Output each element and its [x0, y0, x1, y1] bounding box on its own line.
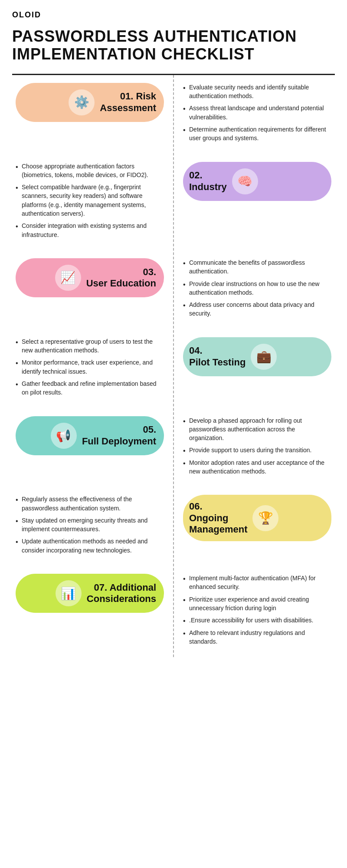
row-06: Regularly assess the effectiveness of th… [12, 487, 335, 566]
bullet-item: Monitor performance, track user experien… [16, 358, 164, 376]
bullet-item: Stay updated on emerging security threat… [16, 516, 164, 534]
bullet-item: Choose appropriate authentication factor… [16, 162, 164, 180]
row-01: ⚙️ 01. RiskAssessment Evaluate security … [12, 75, 335, 154]
bullet-item: Provide support to users during the tran… [183, 446, 331, 454]
row-02: Choose appropriate authentication factor… [12, 154, 335, 250]
section-01-box-cell: ⚙️ 01. RiskAssessment [12, 75, 174, 154]
section-04-box: 04.Pilot Testing 💼 [183, 337, 331, 376]
section-05-box: 📢 05.Full Deployment [16, 416, 164, 455]
bullet-item: Determine authentication requirements fo… [183, 125, 331, 143]
bullet-item: Develop a phased approach for rolling ou… [183, 416, 331, 443]
bullet-item: Adhere to relevant industry regulations … [183, 628, 331, 646]
section-01-box: ⚙️ 01. RiskAssessment [16, 83, 164, 122]
page-wrapper: OLOID PASSWORDLESS AUTHENTICATION IMPLEM… [0, 0, 347, 667]
section-07-icon: 📊 [56, 580, 82, 606]
section-02-label: 02.Industry [189, 170, 227, 193]
page-title: PASSWORDLESS AUTHENTICATION IMPLEMENTATI… [12, 27, 335, 63]
section-06-icon: 🏆 [252, 505, 278, 531]
section-05-bullets: Develop a phased approach for rolling ou… [183, 416, 331, 476]
section-04-bullets: Select a representative group of users t… [16, 337, 164, 397]
section-07-label: 07. AdditionalConsiderations [87, 582, 156, 605]
section-04-icon: 💼 [251, 344, 277, 370]
bullet-item: Assess threat landscape and understand p… [183, 104, 331, 122]
section-02-bullets: Choose appropriate authentication factor… [16, 162, 164, 239]
section-04-label: 04.Pilot Testing [189, 345, 246, 368]
section-07-bullets: Implement multi-factor authentication (M… [183, 574, 331, 646]
section-01-label: 01. RiskAssessment [100, 91, 156, 114]
bullet-item: Gather feedback and refine implementatio… [16, 379, 164, 397]
row-05: 📢 05.Full Deployment Develop a phased ap… [12, 408, 335, 487]
section-06-box-cell: 06.OngoingManagement 🏆 [174, 487, 335, 566]
section-06-label: 06.OngoingManagement [189, 501, 247, 535]
section-07-box-cell: 📊 07. AdditionalConsiderations [12, 566, 174, 657]
section-06-bullets: Regularly assess the effectiveness of th… [16, 495, 164, 555]
section-02-box: 02.Industry 🧠 [183, 162, 331, 201]
section-07-box: 📊 07. AdditionalConsiderations [16, 574, 164, 613]
section-02-bullets-cell: Choose appropriate authentication factor… [12, 154, 174, 250]
bullet-item: Prioritize user experience and avoid cre… [183, 595, 331, 613]
bullet-item: Provide clear instructions on how to use… [183, 279, 331, 297]
bullet-item: Regularly assess the effectiveness of th… [16, 495, 164, 513]
section-05-bullets-cell: Develop a phased approach for rolling ou… [174, 408, 335, 487]
section-01-bullets: Evaluate security needs and identify sui… [183, 83, 331, 143]
row-03: 📈 03.User Education Communicate the bene… [12, 250, 335, 329]
row-07: 📊 07. AdditionalConsiderations Implement… [12, 566, 335, 657]
section-02-icon: 🧠 [232, 168, 258, 194]
section-04-bullets-cell: Select a representative group of users t… [12, 329, 174, 408]
bullet-item: Implement multi-factor authentication (M… [183, 574, 331, 592]
section-02-box-cell: 02.Industry 🧠 [174, 154, 335, 250]
section-04-box-cell: 04.Pilot Testing 💼 [174, 329, 335, 408]
bullet-item: Select a representative group of users t… [16, 337, 164, 355]
bullet-item: Address user concerns about data privacy… [183, 300, 331, 318]
section-01-bullets-cell: Evaluate security needs and identify sui… [174, 75, 335, 154]
section-06-box: 06.OngoingManagement 🏆 [183, 495, 331, 541]
section-01-icon: ⚙️ [69, 89, 95, 115]
brand-logo: OLOID [12, 10, 335, 20]
row-04: Select a representative group of users t… [12, 329, 335, 408]
section-03-box: 📈 03.User Education [16, 258, 164, 297]
section-05-box-cell: 📢 05.Full Deployment [12, 408, 174, 487]
section-03-box-cell: 📈 03.User Education [12, 250, 174, 329]
section-07-bullets-cell: Implement multi-factor authentication (M… [174, 566, 335, 657]
section-03-label: 03.User Education [86, 266, 156, 289]
bullet-item: Monitor adoption rates and user acceptan… [183, 458, 331, 476]
bullet-item: Consider integration with existing syste… [16, 221, 164, 239]
checklist-container: ⚙️ 01. RiskAssessment Evaluate security … [12, 75, 335, 657]
bullet-item: Select compatible hardware (e.g., finger… [16, 183, 164, 218]
section-05-label: 05.Full Deployment [82, 424, 156, 447]
bullet-item: .Ensure accessibility for users with dis… [183, 616, 331, 625]
section-03-bullets: Communicate the benefits of passwordless… [183, 258, 331, 318]
section-03-bullets-cell: Communicate the benefits of passwordless… [174, 250, 335, 329]
section-03-icon: 📈 [55, 265, 81, 291]
bullet-item: Evaluate security needs and identify sui… [183, 83, 331, 101]
bullet-item: Update authentication methods as needed … [16, 537, 164, 555]
section-06-bullets-cell: Regularly assess the effectiveness of th… [12, 487, 174, 566]
bullet-item: Communicate the benefits of passwordless… [183, 258, 331, 276]
section-05-icon: 📢 [51, 423, 77, 449]
